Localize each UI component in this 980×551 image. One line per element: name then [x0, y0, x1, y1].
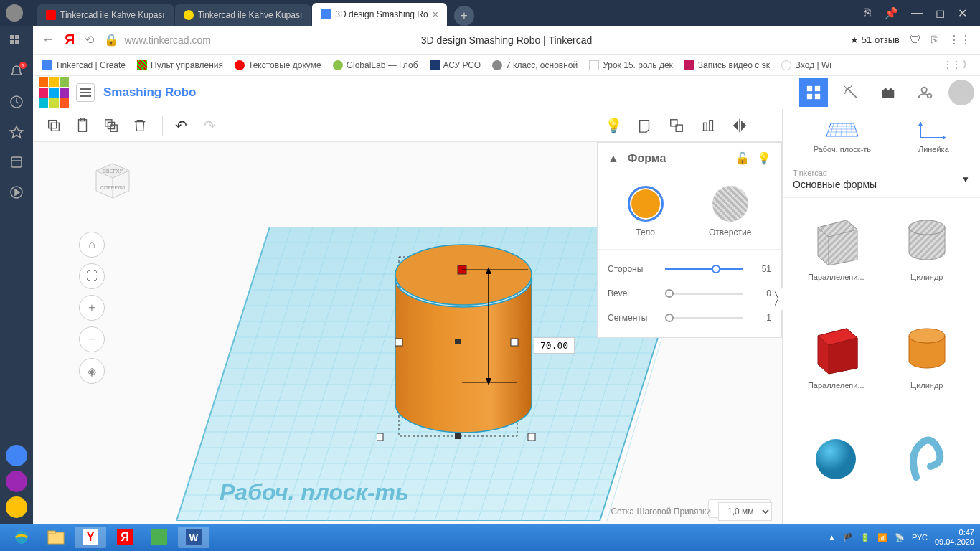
shape-hole-option[interactable]: Отверстие [709, 186, 751, 237]
translate-icon[interactable]: ⎘ [931, 34, 938, 47]
collapse-icon[interactable]: ▲ [608, 152, 619, 165]
close-window-icon[interactable]: ✕ [958, 6, 967, 20]
yandex-logo[interactable]: Я [65, 32, 75, 48]
shape-cylinder-striped[interactable]: Цилиндр [885, 209, 969, 303]
tray-battery-icon[interactable]: 🔋 [860, 533, 870, 542]
taskbar-app[interactable] [143, 527, 175, 548]
new-tab-button[interactable]: + [454, 6, 474, 26]
play-icon[interactable] [9, 185, 24, 199]
minimize-icon[interactable]: — [911, 6, 923, 20]
shape-sphere[interactable] [794, 427, 878, 512]
shape-box-striped[interactable]: Параллелепи... [794, 209, 878, 303]
pin-icon[interactable]: 📌 [884, 6, 898, 20]
zoom-in-icon[interactable]: + [79, 295, 105, 321]
shape-solid-option[interactable]: Тело [628, 186, 664, 237]
blocks-view-icon[interactable] [799, 78, 828, 107]
user-avatar[interactable] [948, 80, 974, 105]
bookmark-item[interactable]: Урок 15. роль дек [589, 60, 673, 70]
more-bookmarks-icon[interactable]: ⋮⋮ 》 [943, 59, 971, 71]
taskbar-yandex[interactable]: Я [109, 527, 141, 548]
tray-flag-icon[interactable]: 🏴 [843, 533, 853, 542]
taskbar-clock[interactable]: 0:47 09.04.2020 [935, 528, 974, 547]
snap-grid-select[interactable]: 1,0 мм [718, 502, 772, 521]
bookmark-item[interactable]: Запись видео с эк [684, 60, 770, 70]
svg-point-14 [889, 88, 892, 92]
zoom-out-icon[interactable]: − [79, 326, 105, 352]
downloads-icon[interactable]: ⎘ [864, 6, 871, 20]
notes-icon[interactable] [633, 113, 657, 138]
menu-icon[interactable] [76, 83, 95, 102]
history-icon[interactable] [9, 95, 24, 109]
taskbar-yandex-browser[interactable]: Y [75, 527, 106, 548]
maximize-icon[interactable]: ◻ [936, 6, 945, 20]
bookmark-item[interactable]: Вход | Wi [781, 60, 831, 70]
tray-arrow-icon[interactable]: ▲ [828, 533, 836, 542]
grid-apps-icon[interactable] [9, 34, 24, 49]
shape-spiral[interactable] [885, 427, 969, 512]
copy-icon[interactable] [42, 113, 66, 138]
pickaxe-icon[interactable]: ⛏ [837, 78, 865, 107]
bulb-icon[interactable]: 💡 [601, 113, 626, 138]
selected-cylinder[interactable]: 70.00 [377, 221, 564, 468]
unlock-icon[interactable]: 🔓 [735, 151, 750, 165]
fit-view-icon[interactable]: ⛶ [79, 263, 105, 289]
browser-tab-active[interactable]: 3D design Smashing Ro × [312, 3, 447, 26]
bulb-icon[interactable]: 💡 [757, 151, 771, 165]
shield-icon[interactable]: 🛡 [910, 34, 921, 47]
chevron-down-icon: ▼ [961, 174, 970, 184]
slider-sides[interactable] [665, 268, 743, 270]
shape-cylinder-orange[interactable]: Цилиндр [885, 318, 969, 412]
extensions-icon[interactable]: ⋮⋮ [948, 33, 971, 47]
paste-icon[interactable] [70, 113, 95, 138]
perspective-icon[interactable]: ◈ [79, 358, 105, 384]
browser-tab[interactable]: Tinkercad ile Kahve Kupası [37, 4, 174, 26]
group-icon[interactable] [664, 113, 689, 138]
tinkercad-logo[interactable] [39, 77, 69, 108]
bookmark-item[interactable]: Tinkercad | Create [42, 60, 126, 70]
shapes-category-selector[interactable]: Tinkercad Основные формы ▼ [783, 161, 980, 198]
bookmark-item[interactable]: Текстовые докуме [235, 60, 321, 70]
mirror-icon[interactable] [727, 113, 752, 138]
ruler-tool[interactable]: Линейка [918, 119, 949, 154]
bookmark-item[interactable]: Пульт управления [137, 60, 223, 70]
collections-icon[interactable] [9, 155, 24, 169]
app-shortcut[interactable] [6, 445, 27, 466]
tray-network-icon[interactable]: 📶 [877, 533, 887, 542]
snap-label: Сетка Шаговой Привязки [611, 507, 711, 517]
shape-box-red[interactable]: Параллелепи... [794, 318, 878, 412]
viewcube[interactable]: СВЕРХУ СПЕРЕДИ [89, 156, 136, 204]
redo-icon[interactable]: ↷ [197, 113, 222, 138]
align-icon[interactable] [696, 113, 720, 138]
taskbar-word[interactable]: W [178, 527, 209, 548]
taskbar-ie[interactable] [6, 527, 37, 548]
bookmark-item[interactable]: АСУ РСО [430, 60, 481, 70]
sidebar-bottom-apps [0, 445, 33, 524]
browser-tab[interactable]: Tinkercad ile Kahve Kupası [175, 4, 311, 26]
expand-panel-icon[interactable]: 〉 [773, 288, 788, 310]
back-icon[interactable]: ← [42, 32, 55, 47]
refresh-icon[interactable]: ⟲ [85, 33, 94, 47]
slider-segments[interactable] [665, 317, 743, 319]
favorites-icon[interactable] [9, 125, 24, 139]
taskbar-explorer[interactable] [40, 527, 72, 548]
reviews-badge[interactable]: ★ 51 отзыв [850, 34, 900, 45]
project-name[interactable]: Smashing Robo [103, 85, 196, 100]
duplicate-icon[interactable] [99, 113, 123, 138]
tray-lang[interactable]: РУС [912, 533, 928, 542]
add-user-icon[interactable] [911, 78, 940, 107]
close-icon[interactable]: × [433, 9, 438, 20]
app-shortcut[interactable] [6, 471, 27, 492]
undo-icon[interactable]: ↶ [169, 113, 193, 138]
workplane-tool[interactable]: Рабоч. плоск-ть [814, 119, 871, 154]
browser-profile-avatar[interactable] [6, 4, 23, 22]
notifications-icon[interactable]: 1 [9, 65, 24, 79]
home-view-icon[interactable]: ⌂ [79, 232, 105, 258]
tray-wifi-icon[interactable]: 📡 [895, 533, 905, 542]
delete-icon[interactable] [128, 113, 152, 138]
slider-bevel[interactable] [665, 293, 743, 295]
bookmark-item[interactable]: 7 класс, основной [492, 60, 578, 70]
lego-icon[interactable] [874, 78, 903, 107]
dimension-label[interactable]: 70.00 [534, 337, 575, 354]
bookmark-item[interactable]: GlobalLab — Глоб [333, 60, 418, 70]
app-shortcut[interactable] [6, 496, 27, 518]
